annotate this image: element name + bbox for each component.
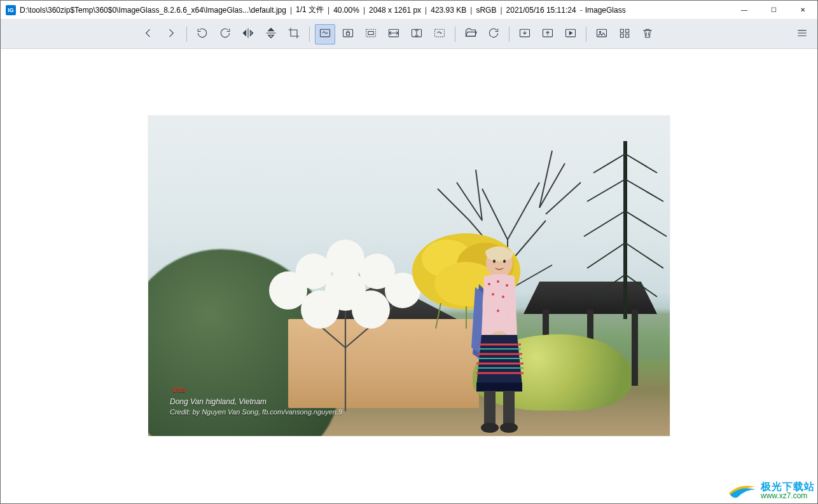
file-size: 423.93 KB (431, 6, 466, 15)
svg-point-34 (506, 284, 508, 287)
app-window: IG D:\tools\360zip$Temp\360$0\ImageGlass… (0, 0, 818, 504)
svg-rect-16 (625, 34, 628, 37)
close-icon: ✕ (800, 6, 805, 13)
rotate-cw-icon (219, 27, 232, 41)
file-path: D:\tools\360zip$Temp\360$0\ImageGlass_8.… (20, 6, 286, 15)
svg-rect-3 (366, 29, 375, 37)
separator: | (324, 6, 333, 15)
svg-rect-4 (368, 32, 373, 35)
separator: | (359, 6, 369, 15)
svg-rect-13 (620, 29, 623, 32)
file-index: 1/1 文件 (296, 4, 324, 15)
menu-icon (796, 27, 808, 41)
toolbar (1, 20, 817, 49)
actual-size-icon (364, 27, 377, 41)
svg-point-35 (492, 293, 494, 296)
maximize-icon: ☐ (771, 6, 777, 13)
fit-window-button[interactable] (315, 24, 335, 44)
flip-horizontal-icon (242, 27, 254, 41)
fit-width-button[interactable] (384, 24, 404, 44)
minimize-button[interactable]: — (730, 1, 759, 19)
delete-icon (641, 27, 654, 41)
delete-button[interactable] (637, 24, 658, 44)
separator: | (496, 6, 506, 15)
dash: - (576, 6, 585, 15)
menu-button[interactable] (792, 24, 812, 44)
svg-point-24 (325, 270, 366, 311)
caption-line1: Dong Van highland, Vietnam (170, 397, 342, 407)
prev-icon (142, 27, 155, 41)
fit-window-icon (319, 27, 331, 41)
thumbnails-button[interactable] (614, 24, 635, 44)
app-icon: IG (6, 5, 16, 15)
maximize-button[interactable]: ☐ (759, 1, 788, 19)
image-viewport[interactable]: vns Dong Van highland, Vietnam Credit: b… (1, 49, 817, 503)
svg-point-33 (497, 280, 499, 283)
crop-icon (288, 27, 300, 41)
rotate-ccw-icon (196, 27, 209, 41)
auto-zoom-button[interactable] (429, 24, 450, 44)
close-button[interactable]: ✕ (788, 1, 817, 19)
svg-point-36 (502, 296, 504, 298)
svg-rect-14 (625, 29, 628, 32)
open-file-button[interactable] (461, 24, 481, 44)
color-profile: sRGB (476, 6, 496, 15)
separator: | (466, 6, 476, 15)
fit-height-icon (410, 27, 423, 41)
minimize-icon: — (741, 6, 747, 13)
svg-rect-7 (434, 29, 444, 37)
rotate-ccw-button[interactable] (192, 24, 212, 44)
rotate-cw-button[interactable] (215, 24, 235, 44)
svg-point-12 (599, 31, 600, 32)
watermark-url: www.xz7.com (761, 492, 815, 500)
next-button[interactable] (161, 24, 181, 44)
svg-point-18 (296, 254, 331, 289)
svg-point-46 (481, 423, 499, 433)
crop-button[interactable] (284, 24, 304, 44)
watermark-text-cn: 极光下载站 (761, 481, 815, 493)
toolbar-divider (186, 27, 187, 42)
fullscreen-button[interactable] (592, 24, 612, 44)
toolbar-divider (586, 27, 586, 42)
fit-width-icon (387, 27, 400, 41)
displayed-image: vns Dong Van highland, Vietnam Credit: b… (148, 116, 670, 436)
slideshow-button[interactable] (560, 24, 581, 44)
svg-rect-44 (484, 391, 496, 426)
prev-button[interactable] (138, 24, 158, 44)
fit-height-button[interactable] (406, 24, 427, 44)
toolbar-divider (455, 27, 455, 42)
svg-point-39 (497, 310, 499, 312)
fullscreen-icon (595, 27, 608, 41)
window-controls: — ☐ ✕ (730, 1, 817, 19)
separator: | (421, 6, 431, 15)
svg-rect-2 (346, 32, 349, 35)
titlebar[interactable]: IG D:\tools\360zip$Temp\360$0\ImageGlass… (1, 1, 817, 20)
svg-rect-15 (620, 34, 623, 37)
separator: | (286, 6, 296, 15)
lock-zoom-button[interactable] (338, 24, 358, 44)
svg-rect-43 (476, 383, 522, 392)
export-icon (541, 27, 554, 41)
flip-vertical-icon (265, 27, 277, 41)
svg-point-30 (493, 260, 496, 263)
watermark-icon (728, 480, 757, 501)
svg-point-47 (500, 423, 518, 433)
export-button[interactable] (537, 24, 558, 44)
image-caption: Dong Van highland, Vietnam Credit: by Ng… (170, 397, 342, 417)
actual-size-button[interactable] (361, 24, 381, 44)
save-button[interactable] (515, 24, 535, 44)
refresh-button[interactable] (483, 24, 504, 44)
toolbar-divider (309, 27, 310, 42)
slideshow-icon (564, 27, 577, 41)
flip-horizontal-button[interactable] (238, 24, 258, 44)
thumbnails-icon (618, 27, 631, 41)
file-timestamp: 2021/05/16 15:11:24 (506, 6, 576, 15)
caption-line2: Credit: by Nguyen Van Song, fb.com/vanso… (170, 407, 342, 417)
toolbar-divider (509, 27, 510, 42)
site-watermark: 极光下载站 www.xz7.com (728, 480, 815, 501)
open-file-icon (464, 27, 477, 41)
flip-vertical-button[interactable] (261, 24, 281, 44)
lock-zoom-icon (342, 27, 354, 41)
svg-point-31 (503, 260, 506, 263)
app-name: ImageGlass (585, 6, 626, 15)
